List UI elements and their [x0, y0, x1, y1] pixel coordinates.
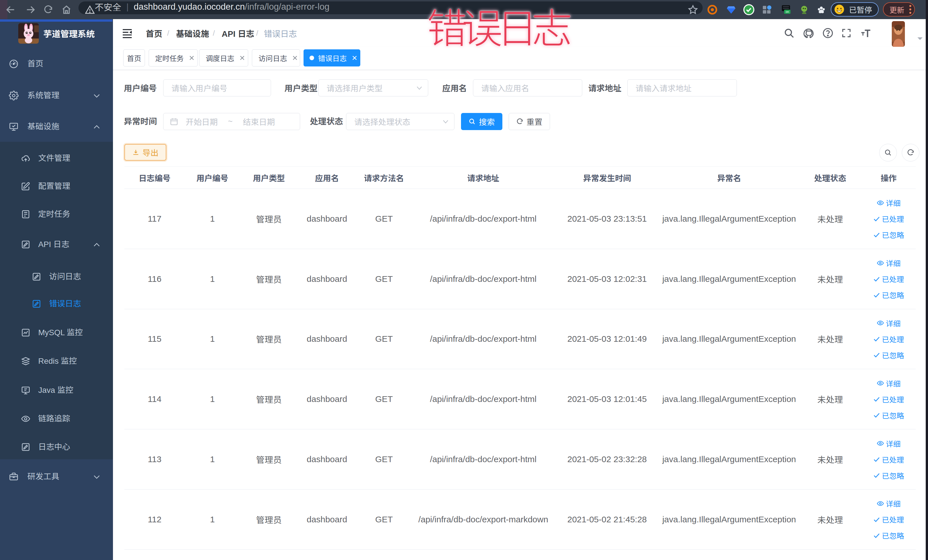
svg-text:on: on [786, 10, 789, 14]
